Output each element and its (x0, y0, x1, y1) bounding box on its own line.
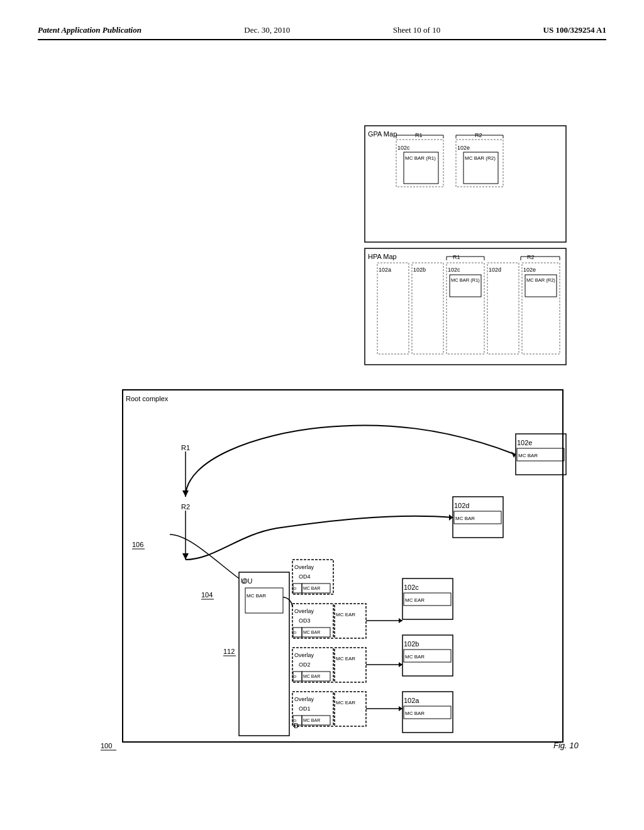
svg-marker-98 (399, 662, 402, 667)
svg-text:D: D (294, 631, 297, 634)
svg-text:MC BAR: MC BAR (405, 654, 425, 660)
svg-text:Overlay: Overlay (294, 652, 314, 658)
header-date: Dec. 30, 2010 (244, 25, 290, 35)
svg-marker-114 (449, 514, 453, 521)
svg-text:102b: 102b (413, 267, 426, 273)
svg-text:102e: 102e (457, 145, 470, 151)
svg-text:Overlay: Overlay (294, 564, 314, 570)
header-sheet: Sheet 10 of 10 (393, 25, 440, 35)
svg-text:MC EAR: MC EAR (336, 612, 355, 617)
svg-text:MC BAR: MC BAR (303, 674, 320, 678)
svg-text:R2: R2 (527, 254, 535, 260)
svg-text:112: 112 (223, 648, 235, 655)
svg-text:102d: 102d (454, 502, 469, 509)
svg-text:MC BAR (R1): MC BAR (R1) (405, 155, 436, 161)
svg-text:R1: R1 (453, 254, 460, 260)
svg-rect-15 (377, 263, 409, 354)
svg-text:MC BAR (R1): MC BAR (R1) (451, 277, 480, 283)
svg-text:MC EAR: MC EAR (336, 656, 355, 661)
svg-text:MC BAR: MC BAR (405, 711, 425, 716)
svg-text:D: D (294, 587, 297, 590)
svg-text:MC BAR (R2): MC BAR (R2) (526, 277, 555, 283)
svg-marker-104 (399, 618, 402, 623)
svg-rect-17 (412, 263, 443, 354)
svg-marker-40 (182, 553, 189, 560)
svg-rect-51 (245, 588, 283, 613)
svg-rect-19 (447, 263, 484, 354)
page-header: Patent Application Publication Dec. 30, … (38, 25, 606, 40)
svg-rect-85 (335, 604, 366, 638)
svg-rect-13 (365, 248, 566, 365)
svg-text:D: D (294, 675, 297, 678)
svg-text:104: 104 (201, 591, 213, 599)
svg-text:MC BAR (R2): MC BAR (R2) (465, 155, 496, 161)
svg-text:MC BAR: MC BAR (303, 586, 320, 590)
svg-text:OD2: OD2 (299, 661, 311, 668)
svg-text:D: D (294, 719, 297, 722)
svg-rect-83 (335, 648, 366, 682)
svg-text:OD1: OD1 (299, 706, 311, 712)
svg-text:MC BAR: MC BAR (303, 718, 320, 722)
svg-text:HPA Map: HPA Map (368, 253, 397, 260)
svg-text:R1: R1 (181, 444, 190, 451)
svg-text:102c: 102c (404, 584, 419, 591)
svg-text:102a: 102a (404, 697, 419, 704)
svg-text:Overlay: Overlay (294, 608, 314, 614)
svg-marker-92 (399, 706, 402, 711)
svg-text:102c: 102c (448, 267, 460, 273)
header-patent-number: US 100/329254 A1 (543, 25, 606, 35)
main-diagram: Multicast w/ VT-d – From Root Port GPA M… (38, 57, 604, 773)
svg-text:106: 106 (132, 541, 143, 548)
header-publication-type: Patent Application Publication (38, 25, 142, 35)
svg-text:Root complex: Root complex (126, 395, 169, 402)
svg-text:OD3: OD3 (299, 617, 311, 624)
page: Patent Application Publication Dec. 30, … (0, 0, 644, 830)
svg-text:102e: 102e (523, 267, 536, 273)
svg-text:D: D (294, 722, 299, 729)
svg-text:MC BAR: MC BAR (518, 453, 538, 458)
svg-text:U: U (241, 577, 246, 585)
svg-text:GPA Map: GPA Map (368, 130, 397, 138)
svg-text:OD4: OD4 (299, 573, 311, 580)
svg-text:R2: R2 (181, 503, 190, 511)
svg-rect-25 (522, 263, 560, 354)
svg-text:102d: 102d (489, 267, 501, 273)
svg-marker-113 (511, 451, 516, 458)
svg-text:MC BAR: MC BAR (303, 630, 320, 634)
svg-text:102b: 102b (404, 640, 419, 648)
svg-text:MC BAR: MC BAR (247, 593, 266, 599)
svg-text:102e: 102e (517, 439, 532, 446)
svg-text:100: 100 (101, 742, 112, 750)
svg-text:102a: 102a (379, 267, 391, 273)
svg-rect-23 (487, 263, 519, 354)
svg-text:MC BAR: MC BAR (455, 516, 475, 521)
svg-text:MC EAR: MC EAR (336, 700, 355, 706)
svg-rect-31 (123, 390, 563, 742)
svg-rect-81 (335, 692, 366, 726)
svg-text:MC EAR: MC EAR (405, 597, 425, 603)
svg-text:Fig. 10: Fig. 10 (553, 741, 579, 750)
svg-text:102c: 102c (397, 145, 410, 151)
svg-text:Overlay: Overlay (294, 696, 314, 702)
